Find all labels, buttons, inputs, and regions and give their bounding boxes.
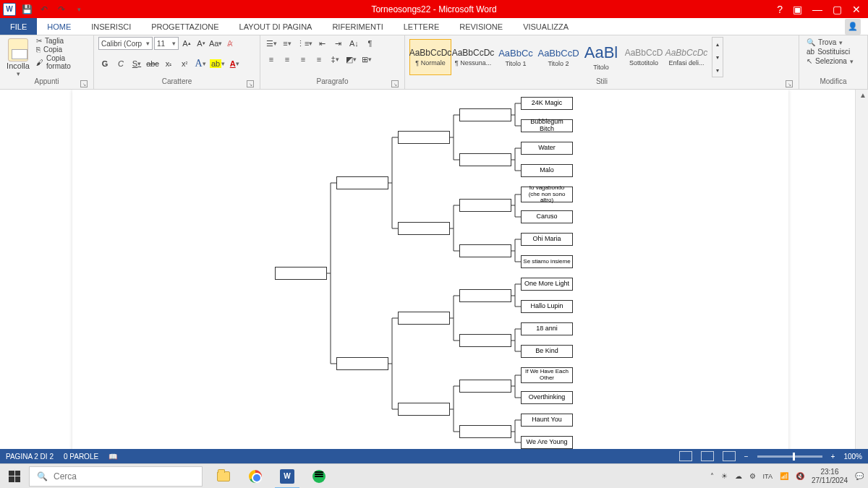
style-enfasi[interactable]: AaBbCcDcEnfasi deli... <box>665 39 707 75</box>
subscript-button[interactable]: x₂ <box>162 57 175 70</box>
bracket-song-9[interactable]: Hallo Lupin <box>521 300 573 313</box>
cut-button[interactable]: ✂Taglia <box>36 37 89 45</box>
zoom-slider[interactable] <box>757 455 822 458</box>
tab-progettazione[interactable]: PROGETTAZIONE <box>141 18 229 35</box>
bracket-r2-1[interactable] <box>459 153 511 166</box>
paste-icon[interactable] <box>8 38 28 61</box>
scroll-up-icon[interactable]: ▲ <box>859 91 867 99</box>
bracket-r3-3[interactable] <box>398 403 450 416</box>
borders-button[interactable]: ⊞▾ <box>360 53 373 66</box>
shrink-font-button[interactable]: A▾ <box>195 37 208 50</box>
tab-riferimenti[interactable]: RIFERIMENTI <box>322 18 393 35</box>
select-button[interactable]: ↖Seleziona▾ <box>807 57 860 65</box>
grow-font-button[interactable]: A▴ <box>180 37 193 50</box>
bracket-song-10[interactable]: 18 anni <box>521 322 573 335</box>
bracket-song-0[interactable]: 24K Magic <box>521 97 573 110</box>
zoom-level[interactable]: 100% <box>843 453 862 461</box>
qat-redo-icon[interactable]: ↷ <box>55 3 68 16</box>
sort-button[interactable]: A↓ <box>347 37 360 50</box>
font-dialog-launcher[interactable]: ↘ <box>247 80 254 87</box>
tab-home[interactable]: HOME <box>37 18 81 35</box>
tray-onedrive-icon[interactable]: ☁ <box>735 472 742 480</box>
paste-button[interactable]: Incolla <box>7 61 30 70</box>
strike-button[interactable]: abc <box>146 57 159 70</box>
style-titolo1[interactable]: AaBbCcTitolo 1 <box>495 39 537 75</box>
tab-visualizza[interactable]: VISUALIZZA <box>513 18 579 35</box>
document-area[interactable]: 24K Magic Bubblegum Bitch Water Malo Io … <box>0 90 868 449</box>
bracket-r3-1[interactable] <box>398 222 450 235</box>
start-button[interactable] <box>0 464 29 489</box>
bracket-r2-6[interactable] <box>459 380 511 393</box>
bold-button[interactable]: G <box>98 57 111 70</box>
increase-indent-button[interactable]: ⇥ <box>331 37 344 50</box>
taskbar-chrome[interactable] <box>240 464 271 489</box>
styles-gallery[interactable]: AaBbCcDc¶ Normale AaBbCcDc¶ Nessuna... A… <box>409 37 707 77</box>
tab-inserisci[interactable]: INSERISCI <box>81 18 141 35</box>
bracket-r4-1[interactable] <box>336 357 388 370</box>
qat-undo-icon[interactable]: ↶ <box>38 3 51 16</box>
bracket-song-3[interactable]: Malo <box>521 164 573 177</box>
line-spacing-button[interactable]: ‡▾ <box>328 53 341 66</box>
help-icon[interactable]: ? <box>777 4 783 15</box>
bracket-song-2[interactable]: Water <box>521 142 573 155</box>
bracket-r3-0[interactable] <box>398 131 450 144</box>
tray-language[interactable]: ITA <box>763 473 773 480</box>
show-marks-button[interactable]: ¶ <box>363 37 376 50</box>
align-center-button[interactable]: ≡ <box>281 53 294 66</box>
bracket-song-13[interactable]: Overthinking <box>521 391 573 404</box>
status-page[interactable]: PAGINA 2 DI 2 <box>6 453 54 461</box>
taskbar-explorer[interactable] <box>208 464 239 489</box>
bracket-final[interactable] <box>275 267 327 280</box>
view-read-icon[interactable] <box>679 451 692 461</box>
font-size-combo[interactable]: 11▾ <box>154 37 179 50</box>
bracket-r2-2[interactable] <box>459 199 511 212</box>
maximize-icon[interactable]: ▢ <box>833 4 842 15</box>
zoom-out-button[interactable]: − <box>744 453 749 461</box>
shading-button[interactable]: ◩▾ <box>344 53 357 66</box>
align-right-button[interactable]: ≡ <box>297 53 310 66</box>
styles-dialog-launcher[interactable]: ↘ <box>786 80 793 87</box>
bracket-song-5[interactable]: Caruso <box>521 210 573 223</box>
style-sottotitolo[interactable]: AaBbCcDSottotitolo <box>623 39 665 75</box>
bracket-song-14[interactable]: Haunt You <box>521 414 573 427</box>
tray-volume-icon[interactable]: 🔇 <box>796 472 804 480</box>
minimize-icon[interactable]: — <box>812 4 822 15</box>
superscript-button[interactable]: x² <box>178 57 191 70</box>
bracket-song-1[interactable]: Bubblegum Bitch <box>521 119 573 132</box>
view-print-icon[interactable] <box>701 451 714 461</box>
bullets-button[interactable]: ☰▾ <box>265 37 278 50</box>
user-account[interactable]: 👤 <box>845 18 868 35</box>
bracket-r2-0[interactable] <box>459 108 511 121</box>
clear-formatting-button[interactable]: A̷ <box>224 37 237 50</box>
find-button[interactable]: 🔍Trova▾ <box>807 38 860 46</box>
close-icon[interactable]: ✕ <box>852 4 861 15</box>
bracket-r3-2[interactable] <box>398 312 450 325</box>
bracket-song-7[interactable]: Se stiamo insieme <box>521 255 573 268</box>
align-left-button[interactable]: ≡ <box>265 53 278 66</box>
bracket-r2-4[interactable] <box>459 289 511 302</box>
format-painter-button[interactable]: 🖌Copia formato <box>36 54 89 70</box>
tray-wifi-icon[interactable]: 📶 <box>780 472 788 480</box>
underline-button[interactable]: S▾ <box>130 57 143 70</box>
zoom-in-button[interactable]: + <box>831 453 835 461</box>
bracket-r2-7[interactable] <box>459 425 511 438</box>
tab-layout[interactable]: LAYOUT DI PAGINA <box>229 18 323 35</box>
bracket-song-4[interactable]: Io vagabondo (che non sono altro) <box>521 187 573 202</box>
bracket-r2-3[interactable] <box>459 244 511 257</box>
qat-save-icon[interactable]: 💾 <box>20 3 33 16</box>
paragraph-dialog-launcher[interactable]: ↘ <box>391 80 399 87</box>
style-normale[interactable]: AaBbCcDc¶ Normale <box>409 39 451 75</box>
vertical-scrollbar[interactable]: ▲ <box>855 90 868 449</box>
styles-more-button[interactable]: ▴▾▾ <box>712 37 723 77</box>
bracket-song-6[interactable]: Ohi Maria <box>521 233 573 246</box>
taskbar-search[interactable]: 🔍Cerca <box>29 466 203 487</box>
tray-weather-icon[interactable]: ☀ <box>721 472 728 480</box>
bracket-r2-5[interactable] <box>459 334 511 347</box>
bracket-r4-0[interactable] <box>336 176 388 189</box>
tray-more-icon[interactable]: ⚙ <box>749 472 756 480</box>
bracket-song-12[interactable]: If We Have Each Other <box>521 367 573 383</box>
status-words[interactable]: 0 PAROLE <box>64 453 98 461</box>
view-web-icon[interactable] <box>723 451 736 461</box>
font-name-combo[interactable]: Calibri (Corp▾ <box>98 37 153 50</box>
numbering-button[interactable]: ≡▾ <box>281 37 294 50</box>
